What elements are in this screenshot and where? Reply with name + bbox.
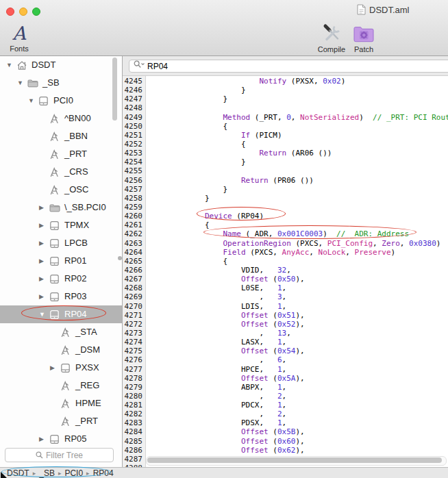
code-line: 4281 PDCX, 1, (123, 401, 448, 410)
titlebar-toolbar: DSDT.aml A Fonts Compile Patch (0, 0, 448, 56)
disclosure-triangle[interactable]: ▶ (39, 270, 44, 288)
tree-item-rp03[interactable]: ▶RP03 (0, 288, 122, 305)
code-editor[interactable]: 4245 Notify (PXSX, 0x02)4246 }4247 }4248… (123, 76, 448, 468)
tree-item-label: RP02 (64, 270, 87, 288)
splitter-handle[interactable] (118, 256, 122, 260)
code-line: 4271 Offset (0x51), (123, 311, 448, 320)
disclosure-triangle[interactable]: ▼ (28, 92, 34, 110)
disclosure-triangle[interactable]: ▶ (39, 199, 44, 216)
breadcrumb-item-rp04[interactable]: RP04 (93, 468, 114, 478)
line-number: 4265 (123, 257, 145, 266)
patch-button[interactable]: Patch (351, 23, 377, 53)
fonts-button[interactable]: A Fonts (4, 23, 34, 53)
tree-item-rp04[interactable]: ▼RP04 (0, 305, 122, 323)
device-icon (49, 310, 60, 323)
tree-item-rp01[interactable]: ▶RP01 (0, 252, 122, 270)
breadcrumb-item-pci0[interactable]: PCI0 (64, 468, 83, 478)
tree-item-osc[interactable]: _OSC (0, 181, 122, 199)
search-bar (123, 56, 448, 76)
patch-folder-icon (353, 23, 375, 45)
disclosure-triangle[interactable]: ▶ (50, 359, 55, 377)
line-number: 4272 (123, 320, 145, 329)
disclosure-triangle[interactable]: ▼ (39, 305, 45, 323)
tree-item-sta[interactable]: _STA (0, 323, 122, 341)
tree-item-prt[interactable]: _PRT (0, 412, 122, 430)
tree-item-bn00[interactable]: ^BN00 (0, 110, 122, 127)
code-line: 4266 VDID, 32, (123, 266, 448, 275)
code-line: 4280 , 2, (123, 392, 448, 401)
tree-item-label: _DSM (75, 341, 100, 359)
method-icon (49, 149, 60, 162)
line-number: 4254 (123, 158, 145, 166)
fonts-label: Fonts (4, 45, 34, 53)
tree-item-lpcb[interactable]: ▶LPCB (0, 234, 122, 252)
code-line: 4274 LASX, 1, (123, 338, 448, 347)
disclosure-triangle[interactable]: ▶ (39, 430, 44, 444)
disclosure-triangle[interactable]: ▶ (39, 252, 44, 270)
compile-button[interactable]: Compile (314, 23, 349, 53)
zoom-button[interactable] (32, 8, 40, 16)
tree-item-dsm[interactable]: _DSM (0, 341, 122, 359)
code-line: 4262 Name (_ADR, 0x001C0003) // _ADR: Ad… (123, 229, 448, 238)
line-number: 4257 (123, 185, 145, 194)
line-number: 4253 (123, 149, 145, 158)
code-line: 4263 OperationRegion (PXCS, PCI_Config, … (123, 239, 448, 248)
window-title-text: DSDT.aml (369, 5, 410, 15)
breadcrumb-item-dsdt[interactable]: DSDT (7, 468, 29, 478)
acpi-tree: ▼DSDT▼_SB▼PCI0^BN00_BBN_PRT_CRS_OSC▶\_SB… (0, 56, 122, 444)
disclosure-triangle[interactable]: ▼ (6, 56, 12, 74)
filter-tree-input[interactable]: Filter Tree (5, 448, 114, 462)
breadcrumb-separator-icon: ▸ (58, 470, 62, 477)
tree-item-sb[interactable]: ▼_SB (0, 74, 122, 92)
code-line: 4265 { (123, 257, 448, 266)
sidebar-scrollbar[interactable] (112, 58, 117, 121)
line-number: 4256 (123, 176, 145, 185)
line-number: 4262 (123, 229, 145, 238)
code-line: 4269 , 3, (123, 292, 448, 301)
tree-item-pxsx[interactable]: ▶PXSX (0, 359, 122, 377)
code-line: 4276 , 6, (123, 355, 448, 364)
disclosure-triangle[interactable]: ▶ (39, 288, 44, 305)
line-number: 4277 (123, 365, 145, 374)
tree-item-hpme[interactable]: HPME (0, 394, 122, 412)
horizontal-scrollbar[interactable] (146, 456, 447, 466)
line-number: 4264 (123, 248, 145, 257)
tree-item-label: TPMX (64, 216, 89, 234)
line-number: 4245 (123, 77, 145, 86)
method-icon (60, 381, 71, 394)
code-line: 4252 { (123, 140, 448, 149)
line-number: 4266 (123, 266, 145, 275)
tree-item-bbn[interactable]: _BBN (0, 127, 122, 145)
minimize-button[interactable] (19, 8, 27, 16)
tree-item-reg[interactable]: _REG (0, 377, 122, 394)
tree-item-crs[interactable]: _CRS (0, 163, 122, 181)
code-line: 4258 } (123, 194, 448, 203)
line-number: 4269 (123, 292, 145, 301)
code-line: 4249 Method (_PRT, 0, NotSerialized) // … (123, 113, 448, 122)
disclosure-triangle[interactable]: ▼ (17, 74, 23, 92)
breadcrumb-item-sb[interactable]: _SB (39, 468, 55, 478)
tree-item-dsdt[interactable]: ▼DSDT (0, 56, 122, 74)
search-icon (134, 60, 145, 68)
device-icon (49, 434, 60, 444)
device-icon (49, 221, 60, 234)
editor-search-input[interactable] (129, 60, 448, 73)
code-line: 4245 Notify (PXSX, 0x02) (123, 77, 448, 86)
search-icon (36, 451, 43, 459)
tree-item-rp02[interactable]: ▶RP02 (0, 270, 122, 288)
code-line: 4256 Return (PR06 ()) (123, 176, 448, 185)
tree-item-pci0[interactable]: ▼PCI0 (0, 92, 122, 110)
tree-item-tpmx[interactable]: ▶TPMX (0, 216, 122, 234)
code-line: 4282 , 2, (123, 410, 448, 418)
tree-item-label: _SB (42, 74, 60, 92)
disclosure-triangle[interactable]: ▶ (39, 216, 44, 234)
disclosure-triangle[interactable]: ▶ (39, 234, 44, 252)
tree-item-prt[interactable]: _PRT (0, 145, 122, 163)
tree-item-label: PCI0 (53, 92, 73, 110)
folder-icon (49, 203, 60, 215)
line-number: 4248 (123, 103, 145, 112)
tree-item-sbpci0[interactable]: ▶\_SB.PCI0 (0, 199, 122, 216)
horizontal-scrollbar-thumb[interactable] (147, 457, 442, 463)
tree-item-rp05[interactable]: ▶RP05 (0, 430, 122, 444)
close-button[interactable] (6, 8, 14, 16)
